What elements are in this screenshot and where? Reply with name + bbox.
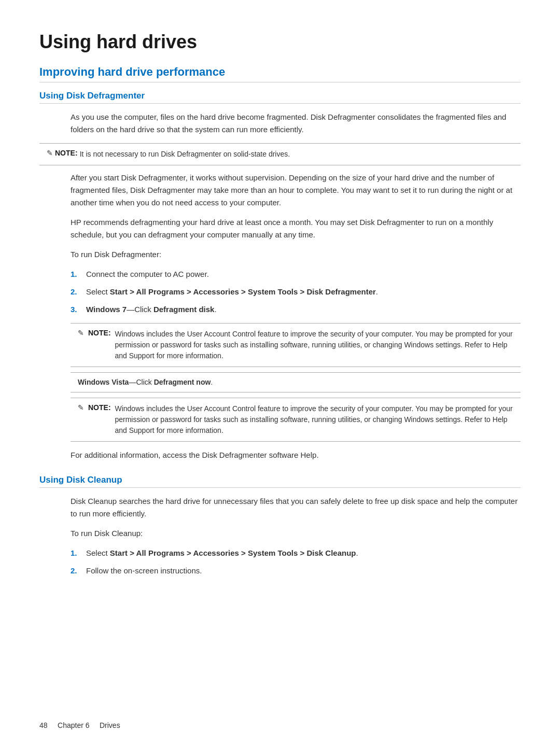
list-item-2: 2. Select Start > All Programs > Accesso… — [71, 286, 521, 298]
footer-page-num: 48 — [39, 721, 48, 729]
subsection-defragmenter-title: Using Disk Defragmenter — [39, 91, 521, 104]
defrag-para2: After you start Disk Defragmenter, it wo… — [71, 172, 521, 209]
note-text-2: Windows includes the User Account Contro… — [115, 329, 513, 361]
note-box-3: ✎ NOTE: Windows includes the User Accoun… — [71, 398, 521, 442]
note-text-3: Windows includes the User Account Contro… — [115, 403, 513, 436]
note-icon-2: ✎ — [78, 329, 84, 337]
footer-chapter-name: Drives — [100, 721, 120, 729]
windows-vista-section: Windows Vista—Click Defragment now. — [71, 372, 521, 392]
footer-chapter: Chapter 6 — [58, 721, 89, 729]
list-item-1: 1. Connect the computer to AC power. — [71, 268, 521, 280]
cleanup-para2: To run Disk Cleanup: — [71, 527, 521, 540]
note2-row: ✎ NOTE: Windows includes the User Accoun… — [78, 329, 513, 361]
list-content-3: Windows 7—Click Defragment disk. — [86, 303, 521, 316]
page-title: Using hard drives — [39, 31, 521, 53]
note-box-1: ✎ NOTE: It is not necessary to run Disk … — [39, 143, 521, 165]
defrag-para1: As you use the computer, files on the ha… — [71, 111, 521, 136]
note-text-1: It is not necessary to run Disk Defragme… — [80, 149, 290, 160]
list-num-1: 1. — [71, 268, 81, 280]
cleanup-list-content-1: Select Start > All Programs > Accessorie… — [86, 547, 521, 559]
subsection-cleanup-title: Using Disk Cleanup — [39, 475, 521, 488]
defrag-para5: For additional information, access the D… — [71, 449, 521, 461]
list-content-2: Select Start > All Programs > Accessorie… — [86, 286, 521, 298]
cleanup-list-item-1: 1. Select Start > All Programs > Accesso… — [71, 547, 521, 559]
note-icon-3: ✎ — [78, 403, 84, 412]
list-num-2: 2. — [71, 286, 81, 298]
note-label-1: NOTE: — [55, 149, 78, 157]
note-label-2: NOTE: — [88, 329, 113, 337]
note-box-2: ✎ NOTE: Windows includes the User Accoun… — [71, 323, 521, 367]
page-footer: 48 Chapter 6 Drives — [39, 721, 120, 729]
list-num-3: 3. — [71, 303, 81, 316]
defrag-para3: HP recommends defragmenting your hard dr… — [71, 216, 521, 241]
defrag-steps-list: 1. Connect the computer to AC power. 2. … — [39, 268, 521, 316]
cleanup-list-num-2: 2. — [71, 565, 81, 577]
note-label-3: NOTE: — [88, 403, 113, 412]
cleanup-steps-list: 1. Select Start > All Programs > Accesso… — [39, 547, 521, 577]
defrag-para4: To run Disk Defragmenter: — [71, 248, 521, 261]
cleanup-list-item-2: 2. Follow the on-screen instructions. — [71, 565, 521, 577]
list-item-3: 3. Windows 7—Click Defragment disk. — [71, 303, 521, 316]
windows-vista-text: Windows Vista—Click Defragment now. — [78, 377, 513, 388]
note-icon-1: ✎ — [47, 149, 53, 157]
cleanup-list-num-1: 1. — [71, 547, 81, 559]
cleanup-list-content-2: Follow the on-screen instructions. — [86, 565, 521, 577]
note3-row: ✎ NOTE: Windows includes the User Accoun… — [78, 403, 513, 436]
section-improving-title: Improving hard drive performance — [39, 65, 521, 82]
list-content-1: Connect the computer to AC power. — [86, 268, 521, 280]
cleanup-para1: Disk Cleanup searches the hard drive for… — [71, 495, 521, 520]
